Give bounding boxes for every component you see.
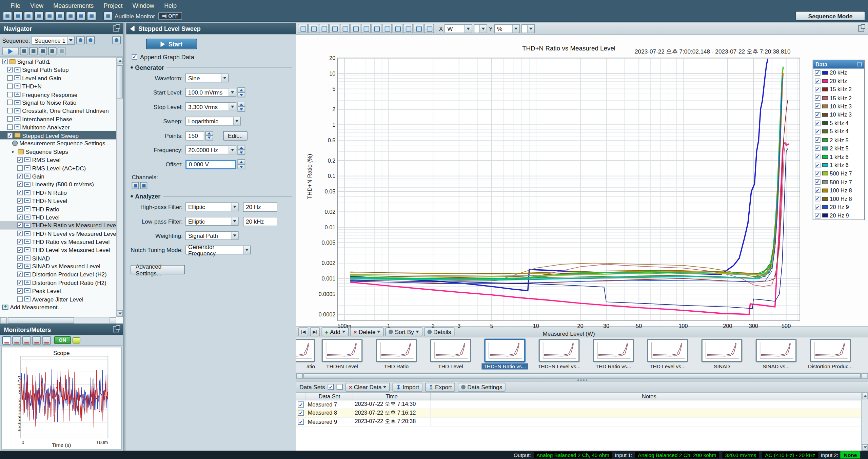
hp-filter-select[interactable]: Elliptic — [185, 203, 239, 211]
legend-item-20-khz[interactable]: ✓20 kHz — [813, 68, 864, 77]
graph-thumbnail-thd-n-ratio-vs[interactable]: THD+N Ratio vs... — [478, 339, 532, 370]
open-project-icon[interactable] — [13, 12, 23, 20]
tree-item-peak-level[interactable]: ✓Peak Level — [0, 287, 123, 295]
lp-frequency-input[interactable]: 20 kHz — [243, 216, 277, 226]
scrollbar-thumb[interactable] — [117, 65, 123, 99]
data-settings-button[interactable]: Data Settings — [458, 382, 506, 391]
data-set-row-measured-7[interactable]: ✓Measured 72023-07-22 오후 7:14:30 — [296, 400, 868, 409]
expander-icon[interactable]: ▸ — [12, 149, 16, 154]
legend-item-10-khz-3[interactable]: ✓10 kHz 3 — [813, 102, 864, 111]
menu-file[interactable]: File — [5, 1, 25, 9]
checkbox[interactable]: ✓ — [815, 95, 820, 101]
legend-item-2-khz-5[interactable]: ✓2 kHz 5 — [813, 136, 864, 144]
scroll-right-icon[interactable] — [110, 317, 116, 324]
tree-item-level-and-gain[interactable]: Level and Gain — [0, 74, 123, 82]
cursors-icon[interactable] — [393, 24, 402, 33]
legend-item-500-hz-7[interactable]: ✓500 Hz 7 — [813, 169, 864, 178]
legend-item-1-khz-6[interactable]: ✓1 kHz 6 — [813, 152, 864, 161]
x-unit-select[interactable]: W — [445, 24, 472, 33]
limits-icon[interactable] — [414, 24, 423, 33]
checkbox[interactable]: ✓ — [7, 132, 13, 138]
sequence-settings-icon[interactable] — [77, 36, 85, 44]
tree-item-measurement-sequence-settings[interactable]: Measurement Sequence Settings... — [0, 139, 123, 147]
tree-horizontal-scrollbar[interactable] — [0, 317, 116, 324]
fft-monitor-icon[interactable] — [12, 336, 21, 344]
zoom-selection-icon[interactable] — [329, 24, 339, 33]
tree-item-stepped-level-sweep[interactable]: ✓Stepped Level Sweep — [0, 131, 123, 139]
legend-item-100-hz-8[interactable]: ✓100 Hz 8 — [813, 186, 864, 195]
tree-item-linearity-500-0-mvrms[interactable]: ✓Linearity (500.0 mVrms) — [0, 180, 123, 188]
checkbox[interactable]: ✓ — [7, 67, 13, 72]
notch-tuning-select[interactable]: Generator Frequency — [185, 246, 251, 254]
checkbox[interactable]: ✓ — [17, 157, 23, 163]
legend-item-5-khz-4[interactable]: ✓5 kHz 4 — [813, 127, 864, 136]
checkbox[interactable]: ✓ — [815, 188, 820, 193]
run-sequence-button[interactable] — [2, 47, 19, 55]
tree-item-thd-n-ratio-vs-measured-level[interactable]: ✓THD+N Ratio vs Measured Level — [0, 221, 123, 229]
menu-view[interactable]: View — [25, 1, 48, 9]
checkbox[interactable] — [7, 75, 13, 81]
legend-item-5-khz-4[interactable]: ✓5 kHz 4 — [813, 119, 864, 127]
tree-item-thd-n-level[interactable]: ✓THD+N Level — [0, 196, 123, 205]
legend-item-500-hz-7[interactable]: ✓500 Hz 7 — [813, 178, 864, 186]
graph-thumbnail-thd-ratio-vs[interactable]: THD Ratio vs... — [586, 339, 640, 370]
edit-points-button[interactable]: Edit... — [223, 131, 248, 140]
signal-monitor-icon[interactable] — [45, 12, 54, 20]
legend-item-2-khz-5[interactable]: ✓2 kHz 5 — [813, 144, 864, 153]
start-level-stepper[interactable] — [237, 87, 245, 97]
copy-sequence-icon[interactable] — [86, 36, 95, 44]
checkbox[interactable]: ✓ — [815, 204, 820, 210]
save-project-icon[interactable] — [24, 12, 33, 20]
checkbox[interactable]: ✓ — [815, 171, 820, 176]
monitor-on-toggle[interactable]: ON — [54, 336, 80, 344]
menu-window[interactable]: Window — [127, 1, 159, 9]
checkbox[interactable]: ✓ — [2, 59, 8, 64]
checkbox[interactable]: ✓ — [17, 264, 23, 269]
checkbox[interactable]: ✓ — [815, 137, 820, 143]
tree-item-gain[interactable]: ✓Gain — [0, 172, 123, 180]
column-notes[interactable]: Notes — [431, 393, 868, 400]
checkbox[interactable] — [7, 108, 13, 113]
scrollbar-thumb[interactable] — [303, 373, 861, 378]
graph-thumbnail-thd-n-level-vs[interactable]: THD+N Level vs... — [532, 339, 586, 370]
scroll-up-icon[interactable] — [862, 393, 868, 399]
checkbox[interactable]: ✓ — [17, 206, 23, 212]
graph-thumbnail-thd-level[interactable]: THD Level — [423, 339, 478, 370]
copy-measurement-icon[interactable] — [48, 47, 56, 55]
tree-item-interchannel-phase[interactable]: Interchannel Phase — [0, 115, 123, 123]
checkbox[interactable]: ✓ — [815, 129, 820, 134]
help-menu[interactable] — [112, 36, 120, 44]
audible-monitor-off-toggle[interactable]: OFF — [158, 12, 182, 20]
checkbox[interactable] — [7, 116, 13, 122]
data-set-row-measured-9[interactable]: ✓Measured 92023-07-22 오후 7:20:38 — [296, 418, 868, 426]
tree-item-rms-level-ac-dc[interactable]: RMS Level (AC+DC) — [0, 164, 123, 172]
data-grid-icon[interactable] — [76, 12, 86, 20]
legend-item-100-hz-8[interactable]: ✓100 Hz 8 — [813, 194, 864, 203]
thdn-vs-level-plot[interactable]: 20105210.50.20.10.050.020.010.0050.0020.… — [302, 55, 811, 338]
tree-item-thd-level[interactable]: ✓THD Level — [0, 213, 123, 221]
checkbox[interactable]: ✓ — [17, 247, 23, 252]
table-vertical-scrollbar[interactable] — [861, 393, 868, 451]
frequency-stepper[interactable] — [237, 145, 245, 155]
paste-measurement-icon[interactable] — [58, 47, 66, 55]
graph-thumbnail-thd-level-vs[interactable]: THD Level vs... — [640, 339, 695, 370]
checkbox[interactable]: ✓ — [815, 120, 820, 126]
checkbox[interactable] — [17, 165, 23, 171]
checkbox[interactable]: ✓ — [17, 288, 23, 293]
menu-help[interactable]: Help — [159, 1, 181, 9]
meters-icon[interactable] — [66, 12, 75, 20]
panel-splitter[interactable] — [296, 378, 868, 382]
stop-level-stepper[interactable] — [237, 102, 245, 111]
scroll-down-icon[interactable] — [117, 310, 123, 317]
print-icon[interactable] — [319, 24, 329, 33]
tree-vertical-scrollbar[interactable] — [116, 58, 123, 317]
export-button[interactable]: ↥Export — [425, 382, 455, 391]
tree-item-rms-level[interactable]: ✓RMS Level — [0, 156, 123, 164]
delete-measurement-icon[interactable] — [39, 47, 47, 55]
popout-panel-icon[interactable] — [113, 326, 119, 332]
graph-thumbnail-thd-n-level[interactable]: THD+N Level — [315, 339, 369, 370]
tree-item-multitone-analyzer[interactable]: Multitone Analyzer — [0, 123, 123, 131]
filmstrip-scrollbar[interactable] — [296, 373, 868, 378]
checkbox[interactable]: ✓ — [298, 401, 304, 408]
meters-monitor-icon[interactable] — [22, 336, 31, 344]
